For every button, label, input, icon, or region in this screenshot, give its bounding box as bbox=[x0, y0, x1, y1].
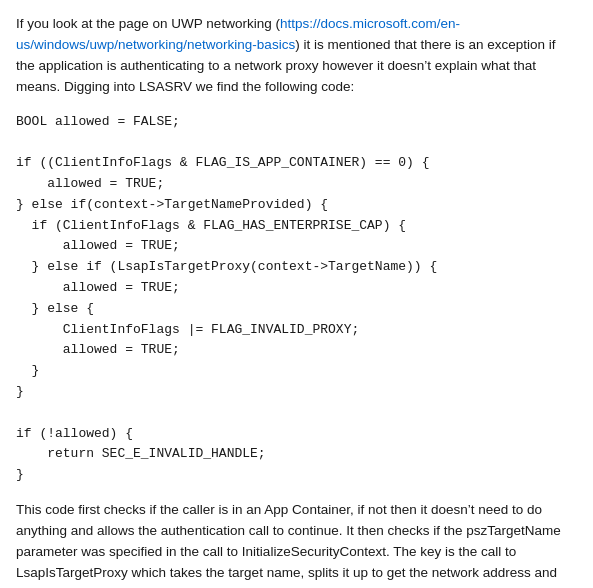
code-line: return SEC_E_INVALID_HANDLE; bbox=[16, 444, 577, 465]
code-line bbox=[16, 132, 577, 153]
code-line: if (!allowed) { bbox=[16, 424, 577, 445]
code-line: } else if (LsapIsTargetProxy(context->Ta… bbox=[16, 257, 577, 278]
intro-paragraph: If you look at the page on UWP networkin… bbox=[16, 14, 577, 98]
code-line: } bbox=[16, 361, 577, 382]
explanation-paragraph: This code first checks if the caller is … bbox=[16, 500, 577, 588]
code-line: } bbox=[16, 382, 577, 403]
code-line: ClientInfoFlags |= FLAG_INVALID_PROXY; bbox=[16, 320, 577, 341]
code-line: allowed = TRUE; bbox=[16, 174, 577, 195]
code-line bbox=[16, 403, 577, 424]
code-line: } bbox=[16, 465, 577, 486]
code-block: BOOL allowed = FALSE; if ((ClientInfoFla… bbox=[16, 112, 577, 486]
code-line: if ((ClientInfoFlags & FLAG_IS_APP_CONTA… bbox=[16, 153, 577, 174]
code-line: allowed = TRUE; bbox=[16, 236, 577, 257]
code-line: if (ClientInfoFlags & FLAG_HAS_ENTERPRIS… bbox=[16, 216, 577, 237]
code-line: allowed = TRUE; bbox=[16, 278, 577, 299]
code-line: BOOL allowed = FALSE; bbox=[16, 112, 577, 133]
code-line: allowed = TRUE; bbox=[16, 340, 577, 361]
code-line: } else if(context->TargetNameProvided) { bbox=[16, 195, 577, 216]
explanation-text: This code first checks if the caller is … bbox=[16, 502, 564, 588]
code-line: } else { bbox=[16, 299, 577, 320]
intro-text-before-link: If you look at the page on UWP networkin… bbox=[16, 16, 280, 31]
